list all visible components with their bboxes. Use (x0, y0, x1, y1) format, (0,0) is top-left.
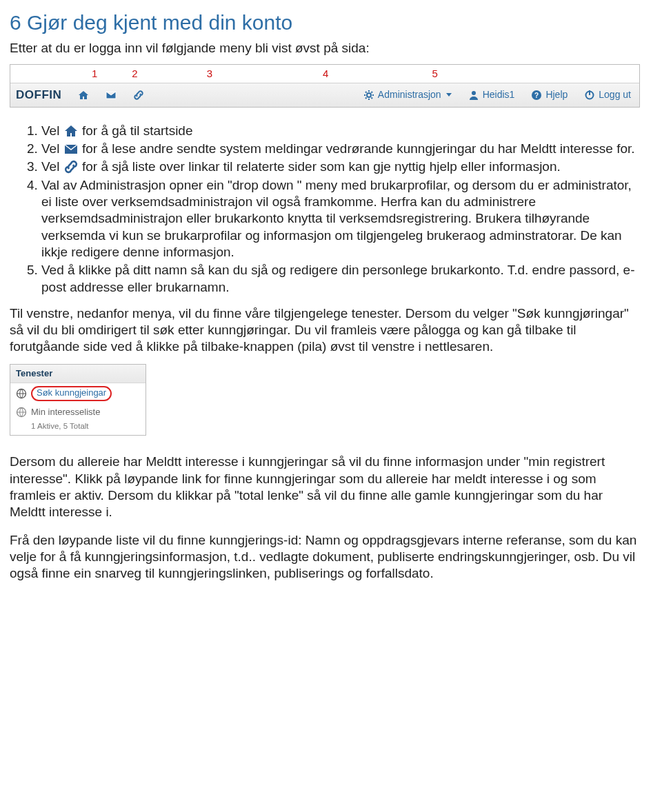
panel-interest-row[interactable]: Min interesseliste (10, 404, 146, 421)
panel-search-label: Søk kunngjeingar (31, 386, 112, 401)
admin-label: Administrasjon (378, 89, 441, 101)
step-3-post: for å sjå liste over linkar til relatert… (82, 159, 561, 174)
link-icon (133, 90, 144, 101)
menu-number-3: 3 (207, 67, 212, 80)
step-4: Val av Administrasjon opner ein "drop do… (41, 177, 640, 261)
steps-list: Vel for å gå til startside Vel for å les… (10, 123, 640, 296)
paragraph-list: Frå den løypande liste vil du finne kunn… (10, 532, 640, 582)
step-3-pre: Vel (41, 159, 63, 174)
paragraph-tenester: Til venstre, nedanfor menya, vil du finn… (10, 305, 640, 356)
section-heading: 6 Gjør deg kjent med din konto (10, 10, 640, 36)
step-2: Vel for å lese andre sendte system meldi… (41, 141, 640, 157)
home-button[interactable] (70, 90, 97, 101)
user-label: Heidis1 (483, 89, 515, 101)
panel-search-row[interactable]: Søk kunngjeingar (10, 383, 146, 404)
messages-button[interactable] (97, 90, 125, 101)
brand-logo[interactable]: DOFFIN (10, 88, 70, 103)
help-button[interactable]: ? Hjelp (523, 89, 576, 101)
user-menu[interactable]: Heidis1 (460, 89, 523, 101)
step-1-post: for å gå til startside (82, 123, 193, 138)
menu-number-2: 2 (132, 67, 137, 80)
chevron-down-icon (446, 93, 452, 97)
power-icon (584, 90, 595, 101)
menu-number-row: 1 2 3 4 5 (10, 65, 639, 83)
menu-number-1: 1 (92, 67, 97, 80)
envelope-icon (106, 90, 117, 101)
panel-interest-count: 1 Aktive, 5 Totalt (10, 421, 146, 436)
user-icon (468, 90, 479, 101)
step-1-pre: Vel (41, 123, 63, 138)
intro-text: Etter at du er logga inn vil følgjande m… (10, 40, 640, 57)
admin-menu[interactable]: Administrasjon (355, 89, 460, 101)
logout-button[interactable]: Logg ut (576, 89, 639, 101)
menu-number-4: 4 (323, 67, 328, 80)
svg-point-0 (367, 93, 371, 97)
home-icon (78, 90, 89, 101)
step-2-pre: Vel (41, 141, 63, 156)
gear-icon (363, 90, 374, 101)
home-icon (63, 124, 79, 138)
help-label: Hjelp (545, 89, 568, 101)
step-1: Vel for å gå til startside (41, 123, 640, 139)
menu-figure: 1 2 3 4 5 DOFFIN Administrasjon (10, 64, 640, 108)
paragraph-registered: Dersom du allereie har Meldtt interesse … (10, 454, 640, 520)
link-icon (63, 160, 79, 174)
envelope-icon (63, 142, 79, 156)
svg-text:?: ? (534, 92, 539, 99)
logout-label: Logg ut (599, 89, 631, 101)
svg-point-1 (472, 91, 476, 95)
menubar: DOFFIN Administrasjon (10, 83, 639, 107)
step-5: Ved å klikke på ditt namn så kan du sjå … (41, 262, 640, 296)
menu-number-5: 5 (432, 67, 437, 80)
tenester-panel: Tenester Søk kunngjeingar Min interessel… (10, 364, 146, 436)
globe-icon (16, 407, 27, 418)
step-2-post: for å lese andre sendte system meldingar… (82, 141, 635, 156)
step-3: Vel for å sjå liste over linkar til rela… (41, 159, 640, 175)
links-button[interactable] (125, 90, 152, 101)
question-icon: ? (531, 90, 542, 101)
panel-title: Tenester (10, 365, 146, 384)
panel-interest-label: Min interesseliste (31, 407, 100, 418)
globe-icon (16, 388, 27, 399)
